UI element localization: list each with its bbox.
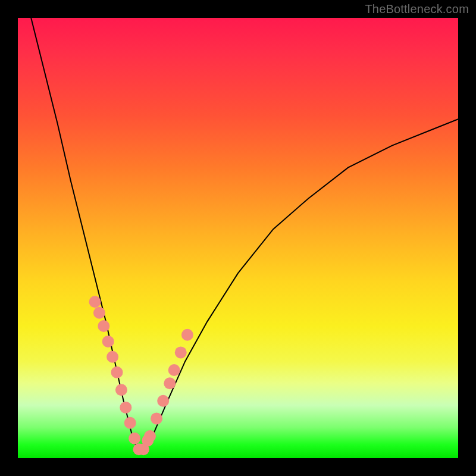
- plot-gradient-background: [18, 18, 458, 458]
- chart-frame: TheBottleneck.com: [0, 0, 476, 476]
- watermark-text: TheBottleneck.com: [365, 2, 469, 16]
